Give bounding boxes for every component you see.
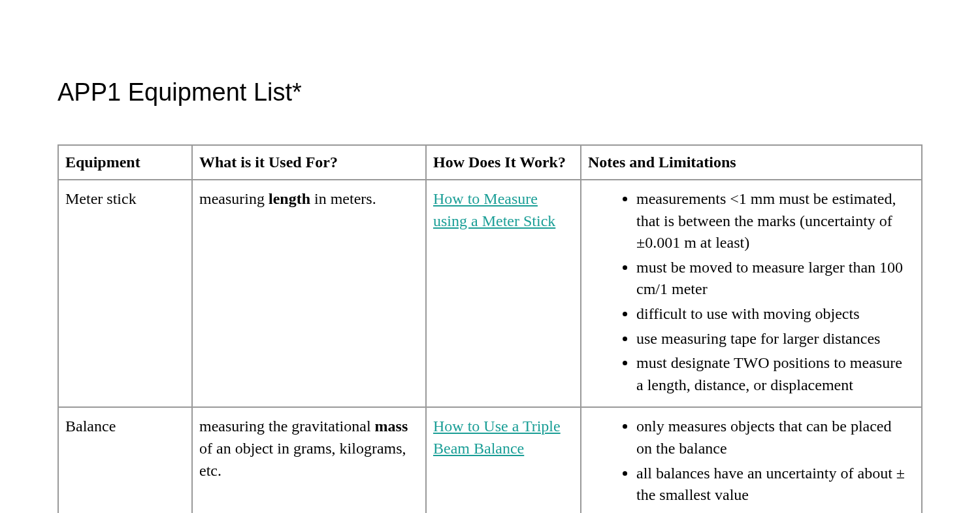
used-suffix: of an object in grams, kilograms, etc. <box>199 440 406 479</box>
header-equipment: Equipment <box>58 145 192 180</box>
notes-list: only measures objects that can be placed… <box>588 416 915 506</box>
page-title: APP1 Equipment List* <box>57 78 923 107</box>
table-header-row: Equipment What is it Used For? How Does … <box>58 145 922 180</box>
used-bold: mass <box>375 418 408 435</box>
cell-notes: measurements <1 mm must be estimated, th… <box>581 180 922 407</box>
list-item: only measures objects that can be placed… <box>636 416 911 459</box>
list-item: must designate TWO positions to measure … <box>636 352 911 396</box>
used-suffix: in meters. <box>310 190 376 207</box>
used-prefix: measuring the gravitational <box>199 418 375 435</box>
document-page: APP1 Equipment List* Equipment What is i… <box>0 0 980 513</box>
header-how-works: How Does It Work? <box>426 145 581 180</box>
cell-used-for: measuring the gravitational mass of an o… <box>192 407 426 513</box>
cell-equipment: Balance <box>58 407 192 513</box>
table-row: Balance measuring the gravitational mass… <box>58 407 922 513</box>
header-used-for: What is it Used For? <box>192 145 426 180</box>
list-item: must be moved to measure larger than 100… <box>636 257 911 301</box>
list-item: difficult to use with moving objects <box>636 303 911 325</box>
list-item: all balances have an uncertainty of abou… <box>636 463 911 506</box>
table-row: Meter stick measuring length in meters. … <box>58 180 922 407</box>
list-item: use measuring tape for larger distances <box>636 328 911 350</box>
how-works-link[interactable]: How to Use a Triple Beam Balance <box>433 418 561 457</box>
used-bold: length <box>269 190 310 207</box>
used-prefix: measuring <box>199 190 269 207</box>
cell-used-for: measuring length in meters. <box>192 180 426 407</box>
cell-how-works: How to Measure using a Meter Stick <box>426 180 581 407</box>
cell-equipment: Meter stick <box>58 180 192 407</box>
header-notes: Notes and Limitations <box>581 145 922 180</box>
how-works-link[interactable]: How to Measure using a Meter Stick <box>433 190 555 229</box>
list-item: measurements <1 mm must be estimated, th… <box>636 188 911 254</box>
cell-how-works: How to Use a Triple Beam Balance <box>426 407 581 513</box>
equipment-table: Equipment What is it Used For? How Does … <box>57 144 923 513</box>
notes-list: measurements <1 mm must be estimated, th… <box>588 188 915 396</box>
cell-notes: only measures objects that can be placed… <box>581 407 922 513</box>
